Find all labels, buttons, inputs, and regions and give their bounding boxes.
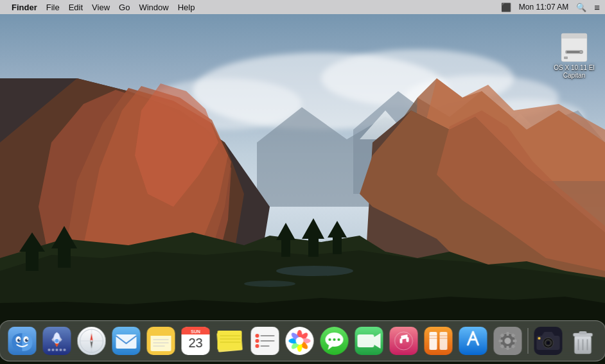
svg-point-32 xyxy=(244,281,295,287)
svg-point-55 xyxy=(55,339,59,343)
svg-rect-130 xyxy=(513,340,517,342)
menu-bar-right: ⬛ Mon 11:07 AM 🔍 ≡ xyxy=(501,2,600,13)
svg-text:SUN: SUN xyxy=(191,329,200,334)
clock: Mon 11:07 AM xyxy=(519,3,568,12)
svg-point-140 xyxy=(547,342,550,345)
dock-finder[interactable] xyxy=(6,325,39,357)
svg-rect-112 xyxy=(390,327,418,355)
menu-window[interactable]: Window xyxy=(139,3,168,12)
dock-camera[interactable] xyxy=(532,325,565,357)
menu-go[interactable]: Go xyxy=(119,3,130,12)
dock-safari[interactable] xyxy=(76,325,108,357)
svg-rect-116 xyxy=(425,327,453,355)
menu-bar: Finder File Edit View Go Window Help ⬛ M… xyxy=(0,0,605,14)
svg-point-58 xyxy=(52,349,55,351)
svg-rect-115 xyxy=(407,337,409,342)
dock-mail[interactable] xyxy=(110,325,143,357)
svg-point-89 xyxy=(256,339,259,343)
dock: SUN 23 xyxy=(0,320,605,361)
svg-rect-110 xyxy=(358,334,374,347)
wallpaper xyxy=(0,14,605,364)
svg-point-106 xyxy=(329,338,331,341)
dock-facetime[interactable] xyxy=(353,325,385,357)
svg-rect-144 xyxy=(579,331,587,334)
svg-rect-127 xyxy=(507,332,509,336)
svg-point-87 xyxy=(256,334,259,338)
menu-finder[interactable]: Finder xyxy=(12,3,37,12)
svg-rect-118 xyxy=(440,332,448,350)
svg-point-60 xyxy=(60,349,62,351)
dock-notes[interactable] xyxy=(145,325,177,357)
dock-launchpad[interactable] xyxy=(41,325,73,357)
svg-rect-128 xyxy=(507,346,509,350)
dock-reminders[interactable] xyxy=(249,325,281,357)
svg-point-107 xyxy=(333,338,336,341)
dock-appstore[interactable] xyxy=(457,325,489,357)
svg-point-57 xyxy=(48,349,51,351)
svg-rect-129 xyxy=(499,340,503,342)
menu-view[interactable]: View xyxy=(92,3,110,12)
list-icon[interactable]: ≡ xyxy=(594,2,600,13)
search-icon[interactable]: 🔍 xyxy=(576,3,586,12)
svg-rect-40 xyxy=(564,56,568,59)
menu-file[interactable]: File xyxy=(46,3,60,12)
display-icon[interactable]: ⬛ xyxy=(501,3,511,12)
svg-rect-72 xyxy=(151,332,171,336)
dock-messages[interactable] xyxy=(319,325,351,357)
dock-stickies[interactable] xyxy=(215,325,247,357)
dock-system-preferences[interactable] xyxy=(492,325,524,357)
svg-point-39 xyxy=(580,51,583,54)
svg-point-46 xyxy=(17,339,21,342)
dock-photos[interactable] xyxy=(284,325,316,357)
svg-point-31 xyxy=(276,266,353,276)
dock-trash[interactable] xyxy=(567,325,599,357)
desktop-icon-osx[interactable]: OS X 10.11 El Capitan xyxy=(551,32,597,80)
dock-divider xyxy=(528,328,529,354)
svg-point-59 xyxy=(56,349,58,351)
svg-point-126 xyxy=(505,338,511,344)
svg-point-47 xyxy=(25,339,28,342)
dock-itunes[interactable] xyxy=(388,325,420,357)
svg-point-49 xyxy=(27,339,28,340)
svg-point-91 xyxy=(256,344,259,348)
svg-point-48 xyxy=(19,339,21,340)
desktop: OS X 10.11 El Capitan xyxy=(0,14,605,364)
dock-ibooks[interactable] xyxy=(423,325,455,357)
menu-help[interactable]: Help xyxy=(178,3,195,12)
svg-point-141 xyxy=(538,337,541,340)
svg-point-102 xyxy=(296,337,304,345)
svg-point-61 xyxy=(64,349,66,351)
dock-calendar[interactable]: SUN 23 xyxy=(180,325,212,357)
svg-rect-117 xyxy=(430,332,437,350)
svg-rect-69 xyxy=(116,334,137,349)
svg-point-108 xyxy=(338,338,340,341)
svg-rect-114 xyxy=(400,338,403,343)
svg-rect-82 xyxy=(218,331,242,350)
svg-rect-36 xyxy=(561,36,587,39)
menu-edit[interactable]: Edit xyxy=(69,3,83,12)
svg-text:23: 23 xyxy=(188,336,202,350)
desktop-icon-label: OS X 10.11 El Capitan xyxy=(551,64,597,80)
